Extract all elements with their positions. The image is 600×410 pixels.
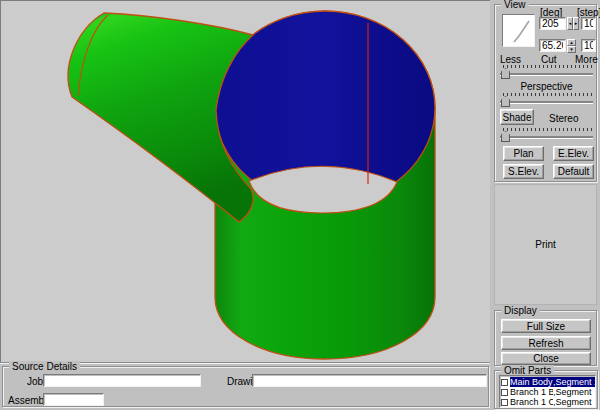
list-item[interactable]: Main Body ,Segment 1 [501,377,595,387]
part-segment: ,Segment [553,397,595,407]
perspective-slider-thumb[interactable] [501,96,510,107]
omit-checkbox[interactable] [501,399,508,406]
part-name: Main Body [510,377,553,387]
cut-slider[interactable] [500,65,593,79]
cut-more-label: More [575,54,598,65]
azimuth-step-input[interactable] [581,17,596,30]
plan-button[interactable]: Plan [503,146,544,161]
azimuth-input[interactable] [539,17,566,30]
cut-label: Cut [541,54,557,65]
job-label: Job [27,376,43,387]
cut-slider-thumb[interactable] [501,68,510,79]
elevation-input[interactable] [539,39,566,52]
display-group-title: Display [501,305,540,316]
display-group: Display Full Size Refresh Close [494,310,597,366]
elevation-spinner: ▴ ▾ [567,39,576,52]
stereo-label: Stereo [549,113,578,124]
omit-checkbox[interactable] [501,379,508,386]
perspective-slider-ticks [503,93,592,96]
pipe-branch-scene [1,1,489,361]
source-details-group: Source Details Job Drawing Assembly [2,366,489,407]
stereo-slider-track [500,136,593,139]
stereo-slider-thumb[interactable] [501,131,510,142]
direction-hands-icon [503,15,534,46]
list-item[interactable]: Branch 1 Body ,Segment [501,387,595,397]
perspective-slider[interactable] [500,93,593,107]
application-window: View [deg] [step] ◂ ▸ ▴ ▾ Less Cut More … [0,0,600,410]
part-segment: ,Segment [553,387,595,397]
cut-slider-track [500,73,593,76]
full-size-button[interactable]: Full Size [501,319,591,333]
view-group: View [deg] [step] ◂ ▸ ▴ ▾ Less Cut More … [494,4,597,182]
cut-less-label: Less [500,54,521,65]
s-elev-button[interactable]: S.Elev. [503,164,544,179]
close-button[interactable]: Close [501,352,591,365]
omit-parts-group: Omit Parts Main Body ,Segment 1 Branch 1… [494,370,598,409]
azimuth-spin-right-button[interactable]: ▸ [573,17,579,30]
stereo-slider[interactable] [500,128,593,142]
source-details-title: Source Details [9,361,80,372]
elevation-spin-down-button[interactable]: ▾ [567,46,576,53]
refresh-button[interactable]: Refresh [501,336,591,350]
part-name: Branch 1 Body [510,387,553,397]
assembly-input[interactable] [43,393,104,406]
omit-parts-listbox[interactable]: Main Body ,Segment 1 Branch 1 Body ,Segm… [499,375,596,408]
model-viewport[interactable] [0,0,490,362]
perspective-slider-track [500,101,593,104]
list-item[interactable]: Branch 1 Collar ,Segment [501,397,595,407]
cut-slider-ticks [503,65,592,68]
elevation-spin-up-button[interactable]: ▴ [567,39,576,46]
part-segment: ,Segment 1 [553,377,595,387]
part-name: Branch 1 Collar [510,397,553,407]
view-group-title: View [501,0,529,10]
job-input[interactable] [43,374,201,387]
omit-checkbox[interactable] [501,389,508,396]
perspective-label: Perspective [495,81,598,92]
default-button[interactable]: Default [553,164,594,179]
drawing-input[interactable] [252,374,487,387]
view-direction-indicator [502,14,535,47]
e-elev-button[interactable]: E.Elev. [553,146,594,161]
stereo-slider-ticks [503,128,592,131]
elevation-step-input[interactable] [581,39,596,52]
shade-button[interactable]: Shade [500,109,534,125]
print-button[interactable]: Print [494,184,597,305]
print-button-label: Print [535,239,556,250]
